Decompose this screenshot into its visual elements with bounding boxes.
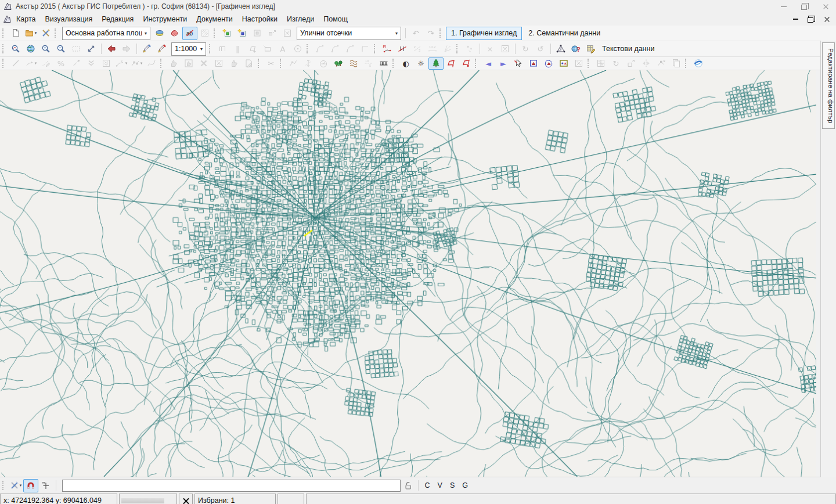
chevron-down-icon[interactable]: ▾	[20, 483, 22, 488]
scale-combo[interactable]: 1:1000▾	[171, 42, 206, 56]
svg-text:3: 3	[419, 49, 421, 52]
toolbar-grip[interactable]	[685, 59, 689, 68]
toolbar-grip[interactable]	[307, 44, 310, 53]
region-point-button[interactable]	[459, 57, 474, 70]
zoom-in-button[interactable]	[38, 42, 53, 56]
add-region-button[interactable]	[444, 57, 459, 70]
visualization-button[interactable]	[152, 27, 167, 40]
railway-layer-button[interactable]	[376, 57, 391, 70]
new-area-object-button[interactable]	[235, 27, 250, 40]
survey-point-button[interactable]	[38, 479, 53, 492]
toolbar-grip[interactable]	[55, 28, 58, 38]
menu-5[interactable]: Документи	[192, 13, 237, 25]
zoom-previous-button[interactable]	[8, 42, 23, 56]
toolbar-grip[interactable]	[475, 59, 478, 68]
lock-button[interactable]	[401, 479, 416, 492]
contrast-button[interactable]: ◐	[398, 57, 413, 70]
chevron-down-icon[interactable]: ▾	[142, 31, 150, 36]
brightness-button[interactable]: ☼	[413, 57, 428, 70]
menu-7[interactable]: Изгледи	[282, 13, 319, 25]
select-cursor-button[interactable]	[511, 57, 526, 70]
cancel-operation-button[interactable]	[179, 494, 193, 504]
window-minimize-button[interactable]	[773, 0, 794, 13]
chevron-down-icon[interactable]: ▾	[35, 61, 37, 66]
toolbar-grip[interactable]	[456, 44, 460, 53]
toolbar-grip[interactable]	[2, 28, 6, 38]
toolbar-grip[interactable]	[160, 59, 164, 68]
menu-3[interactable]: Редакция	[97, 13, 138, 25]
chevron-down-icon[interactable]: ▾	[140, 61, 143, 66]
mdi-restore-button[interactable]	[808, 16, 815, 23]
flag-g[interactable]: G	[462, 481, 468, 489]
google-earth-button[interactable]	[691, 57, 706, 70]
contours-layer-button[interactable]	[346, 57, 361, 70]
height-edit-button[interactable]: H	[395, 42, 410, 56]
redraw-all-button[interactable]	[154, 42, 170, 56]
menu-8[interactable]: Помощ	[319, 13, 352, 25]
chevron-down-icon[interactable]: ▾	[35, 31, 37, 35]
toolbar-grip[interactable]	[2, 59, 6, 68]
toolbar-grip[interactable]	[439, 28, 443, 38]
menu-6[interactable]: Настройки	[237, 13, 282, 25]
select-by-polygon-button[interactable]	[541, 57, 556, 70]
previous-object-button[interactable]: ◄	[481, 57, 496, 70]
new-document-button[interactable]	[8, 27, 23, 40]
toolbar-grip[interactable]	[280, 59, 283, 68]
toolbar-grip[interactable]	[374, 44, 377, 53]
menu-2[interactable]: Визуализация	[40, 13, 97, 25]
paste-object-button	[669, 57, 684, 70]
flag-v[interactable]: V	[438, 481, 442, 489]
segment-numbers-button: 23	[410, 42, 425, 56]
chevron-down-icon[interactable]: ▾	[125, 61, 128, 66]
toolbar-grip[interactable]	[392, 59, 396, 68]
map-tools-button[interactable]	[38, 27, 53, 40]
toolbar-grip[interactable]	[2, 481, 6, 490]
new-point-object-button[interactable]	[219, 27, 235, 40]
select-by-rectangle-button[interactable]	[526, 57, 541, 70]
delete-object-button	[280, 27, 295, 40]
region-fill-button[interactable]	[167, 27, 182, 40]
workspace-combo[interactable]: Основна работна площ▾	[62, 27, 150, 40]
command-input[interactable]	[62, 480, 401, 492]
toolbar-grip[interactable]	[2, 44, 6, 53]
mdi-close-button[interactable]	[824, 16, 830, 23]
redraw-button[interactable]	[139, 42, 154, 56]
map-canvas[interactable]	[0, 70, 816, 477]
toolbar-grip[interactable]	[588, 59, 591, 68]
view-back-button[interactable]	[104, 42, 119, 56]
menu-1[interactable]: Карта	[12, 13, 40, 25]
triangulation-button[interactable]	[553, 42, 568, 56]
chevron-down-icon[interactable]: ▾	[392, 31, 401, 36]
zoom-extents-button[interactable]	[23, 42, 38, 56]
open-document-button[interactable]: ▾	[23, 27, 38, 40]
map-workspace	[0, 70, 836, 477]
edit-table-button[interactable]	[583, 42, 599, 56]
vegetation-layer-button[interactable]	[331, 57, 346, 70]
object-info-button[interactable]: ?	[568, 42, 583, 56]
window-close-button[interactable]	[815, 0, 836, 13]
layer-combo[interactable]: Улични отсечки▾	[297, 27, 401, 40]
snap-settings-button[interactable]: ▾	[8, 479, 23, 492]
toolbar-grip[interactable]	[209, 44, 212, 53]
chevron-down-icon[interactable]: ▾	[197, 46, 206, 52]
tab-semantic-data[interactable]: 2. Семантични данни	[523, 27, 606, 40]
tab-graphic-view[interactable]: 1. Графичен изглед	[446, 27, 522, 40]
zoom-out-button[interactable]	[53, 42, 69, 56]
toolbar-grip[interactable]	[214, 28, 217, 38]
toolbar-bottom: ▾CVSG	[0, 477, 836, 494]
green-areas-toggle-button[interactable]	[428, 57, 444, 70]
next-object-button[interactable]: ►	[496, 57, 511, 70]
mdi-minimize-button[interactable]	[793, 19, 798, 20]
annotation-toggle-button[interactable]: ab	[182, 27, 197, 40]
spline-button[interactable]: R	[380, 42, 395, 56]
menu-4[interactable]: Инструменти	[138, 13, 192, 25]
toolbar-grip[interactable]	[258, 59, 261, 68]
flag-c[interactable]: C	[425, 481, 430, 489]
snap-toggle-button[interactable]	[23, 479, 38, 492]
approve-box-button	[181, 57, 196, 70]
flag-s[interactable]: S	[450, 481, 455, 489]
filter-edit-tab[interactable]: Редактиране на филтър	[822, 42, 835, 129]
zoom-scale-button[interactable]	[84, 42, 99, 56]
window-restore-button[interactable]	[794, 0, 815, 13]
select-by-criteria-button[interactable]	[556, 57, 571, 70]
